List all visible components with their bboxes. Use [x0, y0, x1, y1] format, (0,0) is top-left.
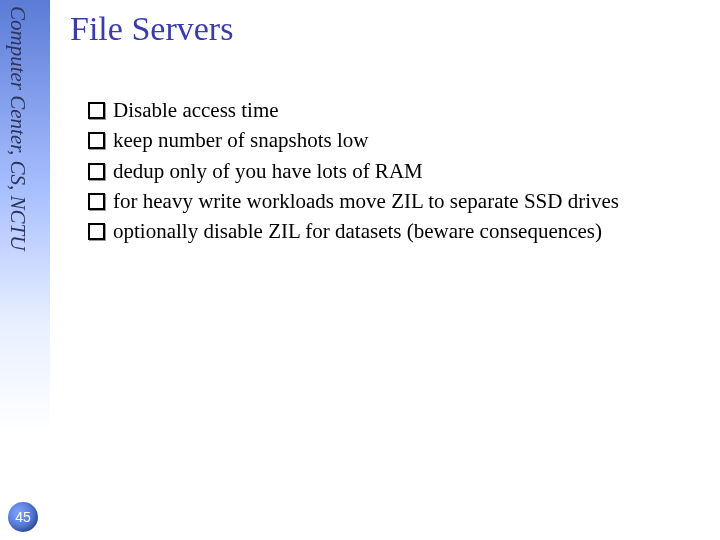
list-item: optionally disable ZIL for datasets (bew… [88, 217, 710, 245]
slide: Computer Center, CS, NCTU 45 File Server… [0, 0, 720, 540]
page-number: 45 [15, 509, 31, 525]
list-item: dedup only of you have lots of RAM [88, 157, 710, 185]
list-item: for heavy write workloads move ZIL to se… [88, 187, 710, 215]
square-bullet-icon [88, 163, 105, 180]
bullet-text: keep number of snapshots low [113, 126, 710, 154]
bullet-text: dedup only of you have lots of RAM [113, 157, 710, 185]
square-bullet-icon [88, 223, 105, 240]
page-number-badge: 45 [8, 502, 38, 532]
square-bullet-icon [88, 102, 105, 119]
content-area: File Servers Disable access time keep nu… [70, 0, 710, 540]
bullet-text: Disable access time [113, 96, 710, 124]
list-item: keep number of snapshots low [88, 126, 710, 154]
square-bullet-icon [88, 132, 105, 149]
slide-title: File Servers [70, 10, 710, 48]
sidebar: Computer Center, CS, NCTU [0, 0, 50, 540]
bullet-text: optionally disable ZIL for datasets (bew… [113, 217, 710, 245]
square-bullet-icon [88, 193, 105, 210]
bullet-text: for heavy write workloads move ZIL to se… [113, 187, 710, 215]
bullet-list: Disable access time keep number of snaps… [88, 96, 710, 246]
list-item: Disable access time [88, 96, 710, 124]
sidebar-org-text: Computer Center, CS, NCTU [5, 6, 30, 250]
